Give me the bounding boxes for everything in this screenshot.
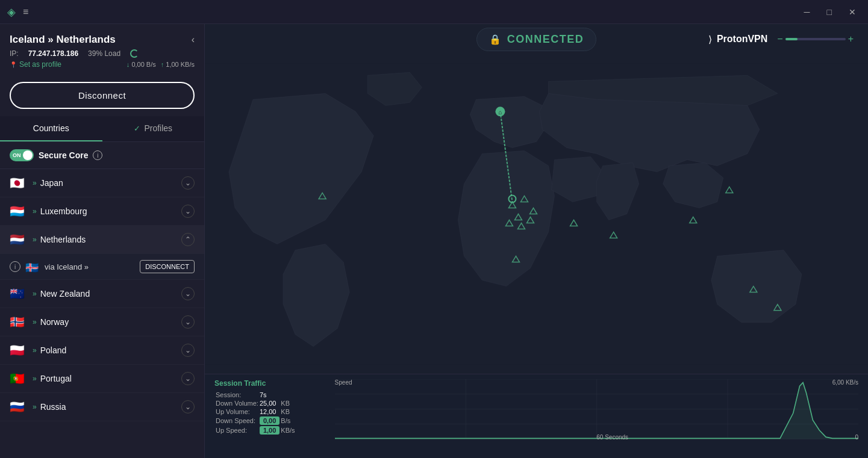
expand-icon[interactable]: ⌄ [181, 205, 195, 218]
up-volume-label: Up Volume: [216, 408, 258, 415]
secure-core-row: ON Secure Core i [0, 142, 204, 169]
list-item[interactable]: 🇳🇴 » Norway ⌄ [0, 308, 204, 336]
secure-core-toggle[interactable]: ON [10, 149, 34, 161]
traffic-stats-table: Session: 7s Down Volume: 25,00 KB Up Vol… [214, 390, 316, 436]
connected-text: CONNECTED [507, 33, 584, 46]
lock-icon: 🔒 [489, 34, 501, 45]
connected-bar: 🔒 CONNECTED ⟩ ProtonVPN − + [205, 24, 868, 54]
disconnect-button[interactable]: Disconnect [10, 82, 195, 109]
up-volume-unit: KB [281, 408, 295, 415]
arrow-icon: » [33, 289, 37, 298]
tab-countries[interactable]: Countries [0, 116, 102, 141]
arrow-icon: » [33, 235, 37, 244]
country-name: Netherlands [40, 235, 181, 244]
country-name: Russia [40, 402, 181, 412]
list-item[interactable]: 🇯🇵 » Japan ⌄ [0, 169, 204, 197]
traffic-stats-area: Session Traffic Session: 7s Down Volume:… [214, 379, 858, 441]
speed-up: 1,00 KB/s [161, 61, 195, 68]
country-name: Luxembourg [40, 206, 181, 216]
country-name: Portugal [40, 374, 181, 383]
left-panel: Iceland » Netherlands ‹ IP: 77.247.178.1… [0, 24, 205, 458]
arrow-icon: » [33, 374, 37, 383]
maximize-button[interactable]: □ [822, 5, 837, 19]
list-item[interactable]: 🇷🇺 » Russia ⌄ [0, 393, 204, 421]
russia-flag-icon: 🇷🇺 [10, 401, 27, 413]
arrow-icon: » [33, 207, 37, 215]
list-item[interactable]: 🇵🇱 » Poland ⌄ [0, 336, 204, 365]
tab-profiles[interactable]: ✓ Profiles [102, 116, 205, 141]
connected-badge: 🔒 CONNECTED [476, 28, 597, 51]
country-name: Poland [40, 345, 181, 355]
traffic-chart [335, 379, 858, 441]
expand-icon[interactable]: ⌄ [181, 176, 195, 190]
up-volume-value: 12,00 [260, 408, 279, 415]
connection-title-row: Iceland » Netherlands ‹ [10, 34, 195, 46]
session-label: Session: [216, 391, 258, 398]
session-value: 7s [260, 391, 279, 398]
arrow-icon: » [33, 346, 37, 354]
set-profile-link[interactable]: Set as profile [10, 60, 61, 69]
arrow-icon: » [33, 403, 37, 411]
secure-core-label: Secure Core [39, 150, 88, 160]
load-icon [130, 49, 139, 58]
connection-ip-row: IP: 77.247.178.186 39% Load [10, 49, 195, 58]
up-speed-value: 1,00 [260, 426, 279, 435]
brand-slider: − + [777, 34, 854, 45]
world-map [205, 54, 868, 374]
slider-track[interactable] [785, 38, 846, 40]
via-text: via Iceland » [45, 262, 140, 271]
expand-icon[interactable]: ⌄ [181, 344, 195, 357]
set-profile-row: Set as profile 0,00 B/s 1,00 KB/s [10, 60, 195, 69]
luxembourg-flag-icon: 🇱🇺 [10, 205, 27, 217]
expand-icon[interactable]: ⌄ [181, 315, 195, 329]
norway-flag-icon: 🇳🇴 [10, 316, 27, 328]
expand-icon[interactable]: ⌄ [181, 287, 195, 300]
speed-label: Speed [335, 379, 352, 386]
up-speed-unit: KB/s [281, 426, 295, 435]
country-list: 🇯🇵 » Japan ⌄ 🇱🇺 » Luxembourg ⌄ 🇳🇱 » Neth… [0, 169, 204, 458]
profile-check-icon: ✓ [134, 124, 140, 133]
close-button[interactable]: ✕ [844, 5, 861, 19]
traffic-chart-container: Speed 6,00 KB/s [335, 379, 858, 441]
via-disconnect-button[interactable]: DISCONNECT [140, 260, 195, 273]
chart-bottom-label: 60 Seconds [596, 434, 628, 441]
list-item[interactable]: 🇵🇹 » Portugal ⌄ [0, 365, 204, 393]
minimize-button[interactable]: ─ [799, 5, 815, 19]
up-speed-label: Up Speed: [216, 426, 258, 435]
back-button[interactable]: ‹ [192, 34, 195, 45]
traffic-details: Session Traffic Session: 7s Down Volume:… [214, 379, 316, 441]
arrow-icon: » [33, 318, 37, 326]
main-layout: Iceland » Netherlands ‹ IP: 77.247.178.1… [0, 24, 868, 458]
expand-icon[interactable]: ⌃ [181, 233, 195, 246]
via-info-icon[interactable]: i [10, 261, 20, 272]
protonvpn-brand: ⟩ ProtonVPN − + [708, 34, 854, 45]
speed-down: 0,00 B/s [126, 61, 156, 68]
slider-plus-icon[interactable]: + [848, 34, 854, 45]
chart-right-label: 0 [855, 434, 858, 441]
traffic-title: Session Traffic [214, 379, 316, 388]
slider-fill [785, 38, 798, 40]
titlebar: ◈ ≡ ─ □ ✕ [0, 0, 868, 24]
iceland-flag-icon: 🇮🇸 [25, 261, 40, 272]
map-area: ⌂ [205, 54, 868, 374]
down-volume-value: 25,00 [260, 400, 279, 407]
chart-top-label: 6,00 KB/s [832, 379, 858, 386]
down-speed-unit: B/s [281, 416, 295, 425]
secure-core-info-icon[interactable]: i [93, 150, 102, 160]
ip-value: 77.247.178.186 [28, 49, 78, 58]
list-item[interactable]: 🇳🇱 » Netherlands ⌃ [0, 226, 204, 254]
expand-icon[interactable]: ⌄ [181, 400, 195, 413]
list-item[interactable]: 🇱🇺 » Luxembourg ⌄ [0, 197, 204, 226]
slider-minus-icon[interactable]: − [777, 34, 782, 45]
down-volume-label: Down Volume: [216, 400, 258, 407]
list-item[interactable]: 🇳🇿 » New Zealand ⌄ [0, 280, 204, 308]
titlebar-controls: ─ □ ✕ [799, 5, 861, 19]
menu-icon[interactable]: ≡ [23, 7, 28, 17]
traffic-area: Session Traffic Session: 7s Down Volume:… [205, 374, 868, 458]
titlebar-left: ◈ ≡ [7, 5, 28, 19]
expand-icon[interactable]: ⌄ [181, 372, 195, 385]
arrow-icon: » [33, 179, 37, 187]
down-speed-value: 0,00 [260, 416, 279, 425]
connection-title: Iceland » Netherlands [10, 34, 116, 46]
netherlands-flag-icon: 🇳🇱 [10, 234, 27, 246]
